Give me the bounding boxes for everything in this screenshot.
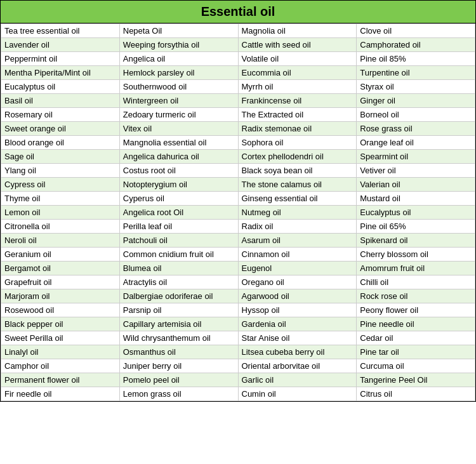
table-row: Linalyl oilOsmanthus oilLitsea cubeba be…	[1, 345, 475, 359]
table-cell: Volatile oil	[238, 52, 357, 66]
table-cell: Ginseng essential oil	[238, 192, 357, 206]
table-cell: Capillary artemisia oil	[119, 317, 238, 331]
table-cell: Turpentine oil	[357, 66, 475, 80]
table-cell: Oregano oil	[238, 275, 357, 289]
table-cell: Nutmeg oil	[238, 206, 357, 220]
table-cell: Cedar oil	[357, 331, 475, 345]
table-cell: Black pepper oil	[1, 317, 120, 331]
table-cell: Parsnip oil	[119, 303, 238, 317]
table-row: Lemon oilAngelica root OilNutmeg oilEuca…	[1, 206, 475, 220]
table-row: Black pepper oilCapillary artemisia oilG…	[1, 317, 475, 331]
table-cell: Zedoary turmeric oil	[119, 108, 238, 122]
table-cell: Eucalyptus oil	[357, 206, 475, 220]
table-cell: Sweet orange oil	[1, 122, 120, 136]
table-cell: Weeping forsythia oil	[119, 38, 238, 52]
table-cell: The Extracted oil	[238, 108, 357, 122]
table-title: Essential oil	[1, 1, 475, 23]
table-cell: Styrax oil	[357, 80, 475, 94]
table-cell: Angelica dahurica oil	[119, 150, 238, 164]
table-cell: Asarum oil	[238, 234, 357, 248]
table-row: Geranium oilCommon cnidium fruit oilCinn…	[1, 248, 475, 262]
table-row: Peppermint oilAngelica oilVolatile oilPi…	[1, 52, 475, 66]
table-row: Rosemary oilZedoary turmeric oilThe Extr…	[1, 108, 475, 122]
table-cell: Litsea cubeba berry oil	[238, 345, 357, 359]
table-row: Thyme oilCyperus oilGinseng essential oi…	[1, 192, 475, 206]
table-row: Sage oilAngelica dahurica oilCortex phel…	[1, 150, 475, 164]
table-row: Mentha Piperita/Mint oilHemlock parsley …	[1, 66, 475, 80]
table-row: Bergamot oilBlumea oilEugenolAmomrum fru…	[1, 262, 475, 275]
table-row: Ylang oilCostus root oilBlack soya bean …	[1, 164, 475, 178]
oil-data-table: Tea tree essential oilNepeta OilMagnolia…	[1, 23, 475, 401]
table-cell: Black soya bean oil	[238, 164, 357, 178]
table-cell: Costus root oil	[119, 164, 238, 178]
table-cell: Thyme oil	[1, 192, 120, 206]
table-cell: Linalyl oil	[1, 345, 120, 359]
table-row: Lavender oilWeeping forsythia oilCattle …	[1, 38, 475, 52]
table-cell: Myrrh oil	[238, 80, 357, 94]
table-cell: Angelica oil	[119, 52, 238, 66]
table-cell: Fir needle oil	[1, 387, 120, 401]
table-cell: Cattle with seed oil	[238, 38, 357, 52]
table-cell: Lemon oil	[1, 206, 120, 220]
table-cell: Wintergreen oil	[119, 94, 238, 108]
table-row: Blood orange oilMangnolia essential oilS…	[1, 136, 475, 150]
table-cell: Magnolia oil	[238, 24, 357, 38]
table-cell: Angelica root Oil	[119, 206, 238, 220]
table-cell: Nepeta Oil	[119, 24, 238, 38]
table-cell: Spikenard oil	[357, 234, 475, 248]
table-cell: Star Anise oil	[238, 331, 357, 345]
table-cell: Mangnolia essential oil	[119, 136, 238, 150]
table-cell: Peony flower oil	[357, 303, 475, 317]
table-cell: Agarwood oil	[238, 289, 357, 303]
table-cell: Blood orange oil	[1, 136, 120, 150]
table-cell: Juniper berry oil	[119, 359, 238, 373]
table-cell: Peppermint oil	[1, 52, 120, 66]
table-row: Sweet orange oilVitex oilRadix stemonae …	[1, 122, 475, 136]
table-cell: Common cnidium fruit oil	[119, 248, 238, 262]
table-cell: Sage oil	[1, 150, 120, 164]
table-cell: Eugenol	[238, 262, 357, 275]
table-cell: Tangerine Peel Oil	[357, 373, 475, 387]
table-row: Grapefruit oilAtractylis oilOregano oilC…	[1, 275, 475, 289]
table-cell: Amomrum fruit oil	[357, 262, 475, 275]
table-cell: Radix oil	[238, 220, 357, 234]
table-cell: Hyssop oil	[238, 303, 357, 317]
table-row: Fir needle oilLemon grass oilCumin oilCi…	[1, 387, 475, 401]
table-cell: Blumea oil	[119, 262, 238, 275]
table-cell: Pine oil 85%	[357, 52, 475, 66]
table-cell: Eucommia oil	[238, 66, 357, 80]
table-cell: Curcuma oil	[357, 359, 475, 373]
table-cell: Wild chrysanthemum oil	[119, 331, 238, 345]
table-cell: Pine tar oil	[357, 345, 475, 359]
table-cell: Cyperus oil	[119, 192, 238, 206]
table-cell: Valerian oil	[357, 178, 475, 192]
table-cell: Radix stemonae oil	[238, 122, 357, 136]
table-cell: Mentha Piperita/Mint oil	[1, 66, 120, 80]
table-cell: Chilli oil	[357, 275, 475, 289]
table-cell: Southernwood oil	[119, 80, 238, 94]
table-cell: Pine oil 65%	[357, 220, 475, 234]
table-cell: Eucalyptus oil	[1, 80, 120, 94]
table-row: Tea tree essential oilNepeta OilMagnolia…	[1, 24, 475, 38]
table-row: Neroli oilPatchouli oilAsarum oilSpikena…	[1, 234, 475, 248]
table-cell: Rosewood oil	[1, 303, 120, 317]
table-cell: Camphor oil	[1, 359, 120, 373]
table-cell: Vitex oil	[119, 122, 238, 136]
table-cell: Clove oil	[357, 24, 475, 38]
table-row: Sweet Perilla oilWild chrysanthemum oilS…	[1, 331, 475, 345]
table-row: Eucalyptus oilSouthernwood oilMyrrh oilS…	[1, 80, 475, 94]
table-row: Permanent flower oilPomelo peel oilGarli…	[1, 373, 475, 387]
table-cell: Orange leaf oil	[357, 136, 475, 150]
table-cell: Hemlock parsley oil	[119, 66, 238, 80]
table-cell: Garlic oil	[238, 373, 357, 387]
table-cell: Pine needle oil	[357, 317, 475, 331]
table-cell: The stone calamus oil	[238, 178, 357, 192]
table-cell: Marjoram oil	[1, 289, 120, 303]
table-cell: Cinnamon oil	[238, 248, 357, 262]
table-row: Basil oilWintergreen oilFrankincense oil…	[1, 94, 475, 108]
table-cell: Sweet Perilla oil	[1, 331, 120, 345]
table-cell: Perilla leaf oil	[119, 220, 238, 234]
table-cell: Mustard oil	[357, 192, 475, 206]
table-cell: Grapefruit oil	[1, 275, 120, 289]
table-cell: Gardenia oil	[238, 317, 357, 331]
